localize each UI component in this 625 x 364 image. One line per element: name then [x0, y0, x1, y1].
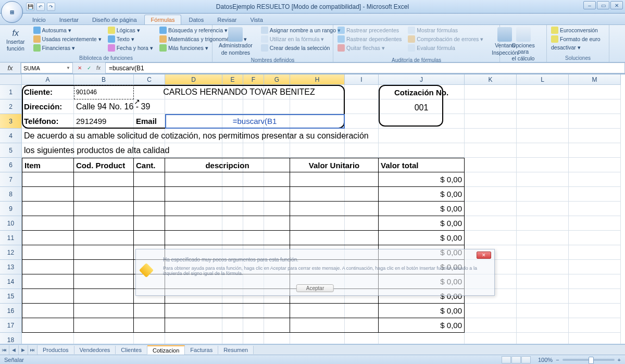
col-header-F[interactable]: F [243, 74, 264, 85]
cell-H16[interactable] [290, 304, 379, 318]
cell-D11[interactable] [165, 231, 290, 245]
col-header-M[interactable]: M [569, 74, 621, 85]
cell-H10[interactable] [290, 216, 379, 231]
cell-E18[interactable] [222, 333, 243, 344]
cell-A1[interactable]: Cliente: [22, 85, 74, 99]
cell-B7[interactable] [74, 172, 134, 187]
cell-B16[interactable] [74, 304, 134, 318]
cell-J1[interactable]: Cotización No. [379, 85, 465, 99]
row-header-5[interactable]: 5 [0, 143, 22, 158]
trace-precedents-button[interactable]: Rastrear precedentes [336, 26, 403, 34]
col-header-C[interactable]: C [134, 74, 165, 85]
calc-options-button[interactable]: Opciones para el cálculo [503, 26, 543, 63]
tab-diseno[interactable]: Diseño de página [86, 15, 143, 24]
cell-K10[interactable] [465, 216, 517, 231]
cell-A7[interactable] [22, 172, 74, 187]
cell-C11[interactable] [134, 231, 165, 245]
tab-formulas[interactable]: Fórmulas [144, 15, 182, 24]
cell-A16[interactable] [22, 304, 74, 318]
row-header-1[interactable]: 1 [0, 85, 22, 99]
view-layout-icon[interactable] [511, 356, 521, 363]
name-box[interactable]: SUMA▼ [21, 62, 73, 73]
euroconv-button[interactable]: Euroconversión [550, 26, 602, 34]
cell-D17[interactable] [165, 318, 290, 333]
row-header-14[interactable]: 14 [0, 274, 22, 289]
cell-M12[interactable] [569, 245, 621, 260]
cell-B15[interactable] [74, 289, 134, 304]
zoom-slider[interactable] [562, 359, 615, 361]
close-button[interactable]: ✕ [610, 1, 623, 9]
cell-L8[interactable] [517, 187, 569, 202]
cell-A18[interactable] [22, 333, 74, 344]
row-header-11[interactable]: 11 [0, 231, 22, 245]
cell-L16[interactable] [517, 304, 569, 318]
col-header-E[interactable]: E [222, 74, 243, 85]
cell-C6[interactable]: Cant. [134, 158, 165, 172]
sheet-tab-clientes[interactable]: Clientes [116, 346, 147, 354]
cell-J10[interactable]: $ 0,00 [379, 216, 465, 231]
cell-B8[interactable] [74, 187, 134, 202]
tab-nav-first-icon[interactable]: ⏮ [0, 345, 9, 355]
cell-A15[interactable] [22, 289, 74, 304]
financial-button[interactable]: Financieras ▾ [32, 44, 103, 52]
row-header-3[interactable]: 3 [0, 114, 22, 129]
cell-L11[interactable] [517, 231, 569, 245]
view-normal-icon[interactable] [502, 356, 511, 363]
cell-K9[interactable] [465, 202, 517, 216]
cell-B1[interactable]: 901046 [74, 85, 134, 99]
show-formulas-button[interactable]: Mostrar fórmulas [407, 26, 484, 34]
col-header-I[interactable]: I [345, 74, 379, 85]
cell-K6[interactable] [465, 158, 517, 172]
cell-A4[interactable]: De acuerdo a su amable solicitud de coti… [22, 129, 465, 143]
dialog-accept-button[interactable]: Aceptar [296, 284, 334, 292]
row-header-9[interactable]: 9 [0, 202, 22, 216]
define-name-button[interactable]: Asignar nombre a un rango ▾ [260, 26, 342, 34]
cell-B6[interactable]: Cod. Product [74, 158, 134, 172]
cell-M1[interactable] [569, 85, 621, 99]
autosum-button[interactable]: Autosuma ▾ [32, 26, 103, 34]
cell-B3[interactable]: 2912499 [74, 114, 134, 129]
row-header-13[interactable]: 13 [0, 260, 22, 274]
cell-D10[interactable] [165, 216, 290, 231]
cell-J3[interactable] [379, 114, 465, 129]
restore-button[interactable]: ▭ [597, 1, 609, 9]
cell-B17[interactable] [74, 318, 134, 333]
cell-A3[interactable]: Teléfono: [22, 114, 74, 129]
cell-M3[interactable] [569, 114, 621, 129]
cell-J7[interactable]: $ 0,00 [379, 172, 465, 187]
row-header-6[interactable]: 6 [0, 158, 22, 172]
cell-L4[interactable] [517, 129, 569, 143]
tab-nav-next-icon[interactable]: ▶ [19, 345, 28, 355]
cell-K18[interactable] [465, 333, 517, 344]
cell-D9[interactable] [165, 202, 290, 216]
error-dialog[interactable]: ✕ Ha especificado muy pocos argumentos p… [135, 249, 495, 296]
cell-K8[interactable] [465, 187, 517, 202]
cell-M13[interactable] [569, 260, 621, 274]
cell-G18[interactable] [264, 333, 290, 344]
text-button[interactable]: Texto ▾ [107, 35, 154, 43]
cell-L17[interactable] [517, 318, 569, 333]
trace-dependents-button[interactable]: Rastrear dependientes [336, 35, 403, 43]
cell-C9[interactable] [134, 202, 165, 216]
cell-C1[interactable]: CARLOS HERNANDO TOVAR BENITEZ [134, 85, 345, 99]
zoom-out-icon[interactable]: − [556, 357, 559, 363]
cell-D16[interactable] [165, 304, 290, 318]
cell-K2[interactable] [465, 99, 517, 114]
cell-C18[interactable] [134, 333, 165, 344]
use-in-formula-button[interactable]: Utilizar en la fórmula ▾ [260, 35, 342, 43]
row-header-2[interactable]: 2 [0, 99, 22, 114]
cell-M4[interactable] [569, 129, 621, 143]
row-header-7[interactable]: 7 [0, 172, 22, 187]
cell-J8[interactable]: $ 0,00 [379, 187, 465, 202]
zoom-in-icon[interactable]: + [618, 357, 621, 363]
cell-I2[interactable] [345, 99, 379, 114]
cell-J11[interactable]: $ 0,00 [379, 231, 465, 245]
cell-L1[interactable] [517, 85, 569, 99]
formula-input[interactable]: =buscarv(B1 [105, 62, 625, 73]
cell-J2[interactable]: 001 [379, 99, 465, 114]
error-check-button[interactable]: Comprobación de errores ▾ [407, 35, 484, 43]
cell-M16[interactable] [569, 304, 621, 318]
cell-D8[interactable] [165, 187, 290, 202]
cell-L14[interactable] [517, 274, 569, 289]
cell-K16[interactable] [465, 304, 517, 318]
